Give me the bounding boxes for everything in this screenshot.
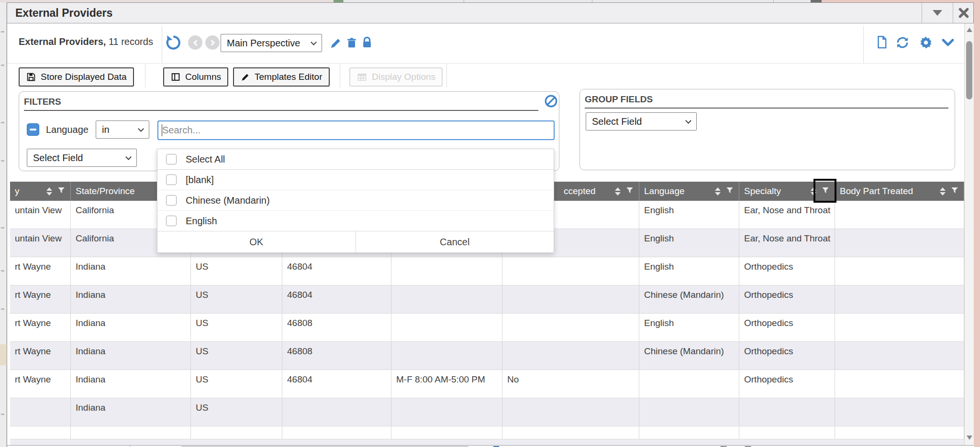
record-summary-title: External Providers, [19,36,106,47]
table-cell: US [191,342,282,370]
sort-icon[interactable] [615,187,621,196]
dropdown-option[interactable]: [blank] [157,170,554,190]
lock-icon[interactable] [360,36,374,49]
option-label: Chinese (Mandarin) [186,195,270,206]
table-cell [391,398,502,426]
scrollbar-thumb[interactable] [966,41,972,99]
button-label: Templates Editor [255,72,323,82]
table-cell: US [191,285,282,313]
group-select-field[interactable]: Select Field [586,112,697,131]
table-cell [739,426,835,439]
vertical-scrollbar[interactable] [964,23,974,445]
ok-button[interactable]: OK [157,231,356,252]
option-label: [blank] [186,174,214,185]
chevron-down-icon[interactable] [941,37,955,49]
dialog-close-button[interactable] [953,3,974,23]
new-file-icon[interactable] [875,35,889,49]
table-bottom-bar: Search [7,445,974,447]
filter-icon[interactable] [950,186,959,197]
divider [340,63,340,87]
table-cell: Orthopedics [739,285,835,313]
column-header-label: State/Province [76,186,135,196]
table-cell: Indiana [71,342,191,370]
select-field-value: Select Field [33,153,83,164]
table-cell: untain View [10,229,71,257]
button-label: Columns [185,72,221,82]
chevron-right-icon [209,40,215,46]
scroll-up-arrow[interactable] [967,28,972,32]
table-row[interactable]: rt WayneIndianaUS46808Chinese (Mandarin)… [10,342,964,370]
filter-icon[interactable] [625,186,634,197]
focus-outline [813,179,836,203]
table-cell [835,229,964,257]
edit-icon[interactable] [329,36,343,50]
option-checkbox[interactable] [166,216,177,226]
column-header-label: Language [644,186,685,196]
chevron-down-icon [311,39,317,45]
clear-filters-icon[interactable] [544,94,558,109]
templates-editor-button[interactable]: Templates Editor [233,67,330,87]
dropdown-option[interactable]: Select All [157,149,554,170]
column-header[interactable]: y [10,182,71,201]
store-displayed-data-button[interactable]: Store Displayed Data [19,67,134,87]
chevron-down-icon [125,154,132,160]
table-row[interactable]: rt WayneIndianaUS46804M-F 8:00 AM-5:00 P… [10,370,964,398]
dropdown-option[interactable]: English [157,211,554,231]
sort-icon[interactable] [715,187,721,196]
perspective-select[interactable]: Main Perspective [221,34,322,52]
cancel-button[interactable]: Cancel [356,231,554,252]
option-checkbox[interactable] [166,154,177,164]
sort-icon[interactable] [46,187,52,196]
table-cell [639,426,739,439]
table-row[interactable]: IndianaUS [10,398,964,426]
refresh-icon[interactable] [895,35,910,50]
table-row[interactable] [10,426,964,439]
option-checkbox[interactable] [166,195,177,206]
table-cell [502,285,639,313]
pencil-icon [240,72,250,82]
gear-icon[interactable] [919,35,933,50]
undo-icon[interactable] [165,33,183,52]
table-cell: rt Wayne [10,314,71,341]
table-row[interactable]: rt WayneIndianaUS46804EnglishOrthopedics [10,257,964,285]
text-caret [162,124,162,136]
filter-enabled-checkbox[interactable] [27,123,39,136]
table-cell: 46804 [282,257,391,285]
column-header-label: Specialty [744,186,781,196]
divider [446,63,447,87]
table-cell [835,314,964,341]
divider [585,108,948,109]
option-checkbox[interactable] [166,174,177,185]
scroll-down-arrow[interactable] [967,436,972,440]
table-row[interactable]: rt WayneIndianaUS46804Chinese (Mandarin)… [10,285,964,314]
filter-operator-select[interactable]: in [96,120,149,139]
prev-button[interactable] [188,35,202,50]
trash-icon[interactable] [345,36,358,50]
table-cell: English [639,229,739,257]
sort-icon[interactable] [940,187,946,196]
column-header[interactable]: Body Part Treated [835,182,964,201]
filter-icon[interactable] [725,186,734,197]
filter-search-input[interactable] [157,120,555,140]
table-row[interactable]: rt WayneIndianaUS46808EnglishOrthopedics [10,314,964,342]
table-cell: US [191,398,282,426]
next-button[interactable] [205,35,220,50]
table-cell: English [639,201,739,229]
table-cell [502,257,639,285]
table-cell [835,342,964,370]
column-header-label: ccepted [564,186,596,196]
table-cell: rt Wayne [10,257,71,285]
indeterminate-mark [30,129,36,131]
display-options-button[interactable]: Display Options [349,67,443,87]
column-header[interactable]: Language [639,182,739,201]
table-cell: Orthopedics [739,370,835,398]
columns-icon [170,72,181,82]
dialog-collapse-button[interactable] [922,3,953,23]
select-field-value: Select Field [592,116,642,127]
table-cell: Indiana [71,314,191,341]
filter-icon[interactable] [57,186,66,197]
columns-button[interactable]: Columns [163,67,228,87]
dropdown-option[interactable]: Chinese (Mandarin) [157,190,554,211]
table-cell: Orthopedics [739,257,835,285]
filters-select-field[interactable]: Select Field [27,149,137,167]
